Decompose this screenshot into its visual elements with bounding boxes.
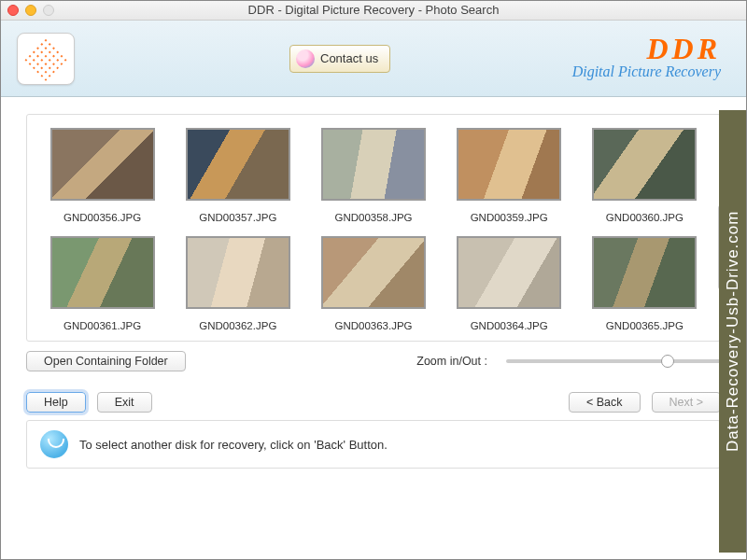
list-item[interactable]: GND00362.JPG xyxy=(176,236,300,337)
photo-thumbnail[interactable] xyxy=(186,128,290,201)
filename-label: GND00364.JPG xyxy=(447,320,571,331)
speech-bubble-icon xyxy=(40,430,68,458)
photo-thumbnail[interactable] xyxy=(592,236,697,309)
zoom-label: Zoom in/Out : xyxy=(416,355,487,368)
photo-thumbnail[interactable] xyxy=(457,128,561,201)
main-area: GND00356.JPG GND00357.JPG GND00358.JPG G… xyxy=(0,97,747,560)
titlebar: DDR - Digital Picture Recovery - Photo S… xyxy=(0,0,747,21)
list-item[interactable]: GND00359.JPG xyxy=(447,128,571,229)
brand-subtitle: Digital Picture Recovery xyxy=(572,63,721,80)
brand-block: DDR Digital Picture Recovery xyxy=(572,34,721,80)
filename-label: GND00359.JPG xyxy=(447,212,571,223)
nav-buttons-row: Help Exit < Back Next > xyxy=(26,392,721,413)
filename-label: GND00358.JPG xyxy=(311,212,435,223)
filename-label: GND00365.JPG xyxy=(583,320,707,331)
filename-label: GND00360.JPG xyxy=(583,212,707,223)
filename-label: GND00361.JPG xyxy=(40,320,164,331)
list-item[interactable]: GND00365.JPG xyxy=(583,236,707,337)
zoom-slider[interactable] xyxy=(506,359,721,363)
watermark-strip: Data-Recovery-Usb-Drive.com xyxy=(719,110,747,553)
list-item[interactable]: GND00357.JPG xyxy=(176,128,300,229)
logo-pattern-icon xyxy=(23,35,68,80)
open-containing-folder-button[interactable]: Open Containing Folder xyxy=(26,351,186,371)
slider-thumb-icon[interactable] xyxy=(661,355,674,368)
list-item[interactable]: GND00363.JPG xyxy=(311,236,435,337)
controls-row: Open Containing Folder Zoom in/Out : xyxy=(26,351,721,371)
app-logo xyxy=(17,33,75,85)
brand-title: DDR xyxy=(572,34,721,63)
list-item[interactable]: GND00358.JPG xyxy=(311,128,435,229)
list-item[interactable]: GND00361.JPG xyxy=(40,236,164,337)
photo-thumbnail[interactable] xyxy=(321,128,426,201)
filename-label: GND00357.JPG xyxy=(176,212,300,223)
person-icon xyxy=(296,49,315,68)
photo-thumbnail[interactable] xyxy=(186,236,290,309)
filename-label: GND00356.JPG xyxy=(40,212,164,223)
window-title: DDR - Digital Picture Recovery - Photo S… xyxy=(0,3,747,17)
photo-thumbnail[interactable] xyxy=(321,236,426,309)
photo-thumbnail[interactable] xyxy=(50,236,155,309)
contact-us-button[interactable]: Contact us xyxy=(289,45,390,73)
list-item[interactable]: GND00360.JPG xyxy=(583,128,707,229)
exit-button[interactable]: Exit xyxy=(97,392,152,413)
list-item[interactable]: GND00356.JPG xyxy=(40,128,164,229)
photo-thumbnail[interactable] xyxy=(50,128,155,201)
hint-text: To select another disk for recovery, cli… xyxy=(79,438,388,452)
next-button: Next > xyxy=(652,392,721,413)
header-banner: Contact us DDR Digital Picture Recovery xyxy=(0,21,747,97)
back-button[interactable]: < Back xyxy=(569,392,641,413)
thumbnail-grid: GND00356.JPG GND00357.JPG GND00358.JPG G… xyxy=(40,128,707,337)
photo-thumbnail[interactable] xyxy=(592,128,697,201)
help-button[interactable]: Help xyxy=(26,392,86,413)
gallery-panel: GND00356.JPG GND00357.JPG GND00358.JPG G… xyxy=(26,114,721,342)
list-item[interactable]: GND00364.JPG xyxy=(447,236,571,337)
hint-bar: To select another disk for recovery, cli… xyxy=(26,420,721,469)
contact-us-label: Contact us xyxy=(320,51,378,65)
filename-label: GND00363.JPG xyxy=(311,320,435,331)
photo-thumbnail[interactable] xyxy=(457,236,561,309)
filename-label: GND00362.JPG xyxy=(176,320,300,331)
